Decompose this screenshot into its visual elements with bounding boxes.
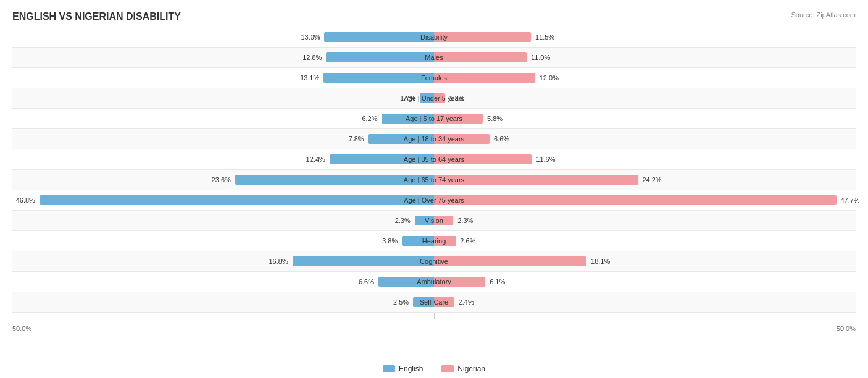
value-english: 2.5%: [393, 298, 409, 306]
table-row: Hearing3.8%2.6%: [12, 231, 856, 251]
value-nigerian: 12.0%: [540, 74, 559, 82]
scale-label-left: 50.0%: [12, 325, 31, 332]
bar-english: [323, 73, 434, 83]
legend-nigerian: Nigerian: [441, 364, 485, 373]
legend-english-box: [383, 365, 395, 372]
row-label: Females: [421, 74, 447, 82]
value-english: 12.4%: [306, 156, 325, 163]
table-row: Females13.1%12.0%: [12, 68, 856, 88]
table-row: Self-Care2.5%2.4%: [12, 292, 856, 313]
value-nigerian: 2.4%: [459, 298, 474, 306]
value-nigerian: 2.6%: [460, 237, 475, 245]
bar-english: [324, 32, 434, 42]
bar-english: [326, 52, 434, 62]
row-label: Cognitive: [420, 258, 448, 265]
chart-area: 50.0%50.0%Disability13.0%11.5%Males12.8%…: [12, 27, 856, 319]
value-nigerian: 47.7%: [840, 196, 859, 204]
value-english: 7.8%: [349, 135, 364, 143]
row-label: Age | 5 to 17 years: [406, 115, 462, 122]
value-nigerian: 11.5%: [535, 33, 554, 41]
value-nigerian: 11.0%: [531, 54, 550, 61]
row-label: Age | 65 to 74 years: [404, 176, 464, 183]
row-label: Age | 18 to 34 years: [404, 135, 464, 143]
table-row: Vision2.3%2.3%: [12, 211, 856, 231]
table-row: Ambulatory6.6%6.1%: [12, 272, 856, 292]
bar-nigerian: [434, 52, 527, 62]
value-nigerian: 6.6%: [494, 135, 509, 143]
bar-nigerian: [434, 195, 837, 205]
value-english: 13.1%: [300, 74, 319, 82]
row-label: Self-Care: [420, 298, 448, 306]
value-english: 46.8%: [16, 196, 35, 204]
row-label: Age | Under 5 years: [404, 94, 464, 102]
row-label: Disability: [420, 33, 448, 41]
legend-english: English: [383, 364, 423, 373]
value-english: 3.8%: [382, 237, 398, 245]
chart-container: ENGLISH VS NIGERIAN DISABILITY Source: Z…: [0, 0, 868, 378]
row-label: Ambulatory: [417, 278, 451, 285]
bar-nigerian: [434, 32, 531, 42]
table-row: Age | 18 to 34 years7.8%6.6%: [12, 129, 856, 149]
chart-title: ENGLISH VS NIGERIAN DISABILITY: [12, 11, 856, 22]
value-english: 16.8%: [269, 258, 288, 265]
legend: English Nigerian: [383, 364, 485, 373]
row-label: Age | 35 to 64 years: [404, 156, 464, 163]
row-label: Vision: [425, 217, 443, 224]
row-label: Males: [425, 54, 443, 61]
value-english: 13.0%: [301, 33, 320, 41]
legend-english-label: English: [399, 364, 423, 373]
value-nigerian: 6.1%: [490, 278, 505, 285]
bar-nigerian: [434, 73, 535, 83]
bar-english: [40, 195, 434, 205]
value-nigerian: 5.8%: [487, 115, 503, 122]
table-row: Age | 5 to 17 years6.2%5.8%: [12, 109, 856, 129]
table-row: Disability13.0%11.5%: [12, 27, 856, 48]
value-english: 6.6%: [359, 278, 374, 285]
bar-nigerian: [434, 256, 586, 266]
bar-english: [293, 256, 434, 266]
table-row: Age | Under 5 years1.7%1.3%: [12, 88, 856, 109]
bar-nigerian: [434, 175, 638, 185]
scale-label-right: 50.0%: [837, 325, 856, 332]
value-english: 12.8%: [303, 54, 322, 61]
table-row: Cognitive16.8%18.1%: [12, 251, 856, 272]
value-nigerian: 18.1%: [591, 258, 610, 265]
source-label: Source: ZipAtlas.com: [791, 11, 856, 19]
legend-nigerian-label: Nigerian: [457, 364, 485, 373]
value-nigerian: 2.3%: [457, 217, 473, 224]
value-nigerian: 24.2%: [642, 176, 661, 183]
table-row: Age | 35 to 64 years12.4%11.6%: [12, 149, 856, 170]
legend-nigerian-box: [441, 365, 454, 372]
row-label: Age | Over 75 years: [404, 196, 464, 204]
table-row: Males12.8%11.0%: [12, 48, 856, 68]
value-english: 2.3%: [395, 217, 411, 224]
value-english: 23.6%: [212, 176, 231, 183]
row-label: Hearing: [422, 237, 446, 245]
table-row: Age | Over 75 years46.8%47.7%: [12, 190, 856, 211]
table-row: Age | 65 to 74 years23.6%24.2%: [12, 170, 856, 190]
value-nigerian: 11.6%: [536, 156, 555, 163]
value-english: 6.2%: [362, 115, 377, 122]
